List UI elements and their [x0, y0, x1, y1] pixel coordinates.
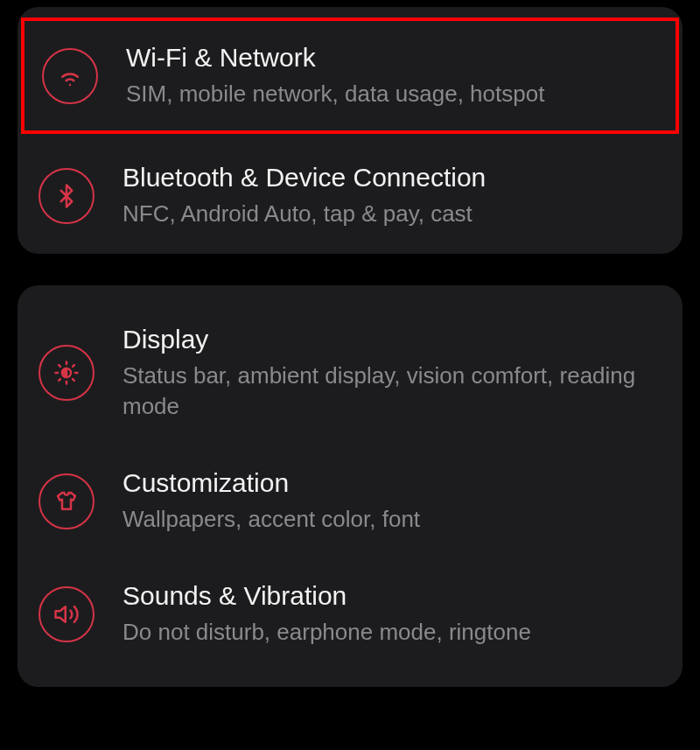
settings-item-sounds[interactable]: Sounds & Vibration Do not disturb, earph… — [18, 557, 682, 670]
text-block: Bluetooth & Device Connection NFC, Andro… — [122, 162, 662, 229]
settings-item-wifi[interactable]: Wi-Fi & Network SIM, mobile network, dat… — [42, 42, 658, 109]
bluetooth-icon — [38, 168, 94, 224]
item-title: Customization — [122, 467, 662, 499]
item-title: Display — [122, 324, 662, 355]
settings-group-2: Display Status bar, ambient display, vis… — [18, 285, 682, 686]
item-subtitle: SIM, mobile network, data usage, hotspot — [126, 79, 658, 109]
settings-group-1: Wi-Fi & Network SIM, mobile network, dat… — [18, 7, 682, 254]
item-subtitle: Wallpapers, accent color, font — [122, 504, 662, 535]
item-title: Sounds & Vibration — [122, 580, 662, 612]
svg-marker-2 — [56, 606, 66, 622]
text-block: Wi-Fi & Network SIM, mobile network, dat… — [126, 42, 658, 109]
highlight-annotation: Wi-Fi & Network SIM, mobile network, dat… — [21, 18, 679, 134]
wifi-icon — [42, 48, 98, 104]
item-title: Wi-Fi & Network — [126, 42, 658, 74]
item-title: Bluetooth & Device Connection — [122, 162, 662, 193]
text-block: Sounds & Vibration Do not disturb, earph… — [122, 580, 662, 648]
tshirt-icon — [38, 473, 94, 529]
item-subtitle: Do not disturb, earphone mode, ringtone — [122, 617, 662, 648]
speaker-icon — [38, 586, 94, 642]
settings-item-customization[interactable]: Customization Wallpapers, accent color, … — [18, 445, 682, 557]
settings-item-display[interactable]: Display Status bar, ambient display, vis… — [18, 301, 682, 445]
brightness-icon — [38, 345, 94, 401]
text-block: Customization Wallpapers, accent color, … — [122, 467, 662, 535]
item-subtitle: NFC, Android Auto, tap & pay, cast — [122, 199, 662, 229]
item-subtitle: Status bar, ambient display, vision comf… — [122, 361, 662, 422]
text-block: Display Status bar, ambient display, vis… — [122, 324, 662, 422]
settings-item-bluetooth[interactable]: Bluetooth & Device Connection NFC, Andro… — [18, 144, 682, 247]
